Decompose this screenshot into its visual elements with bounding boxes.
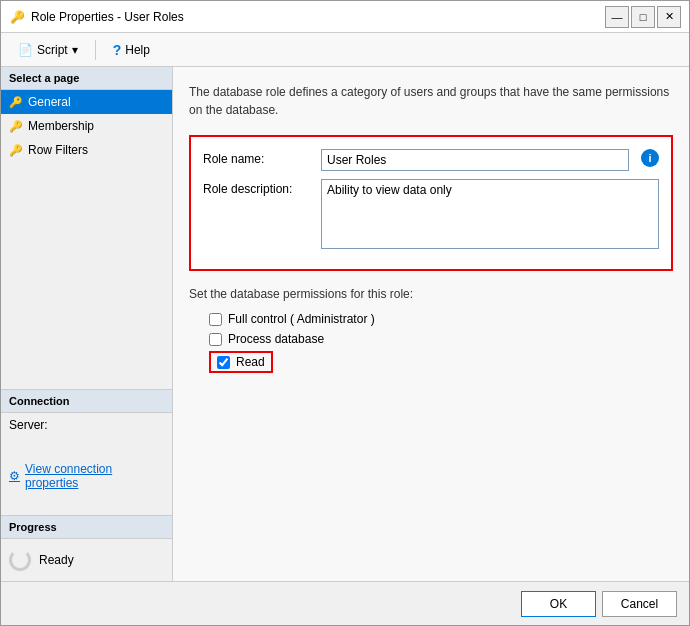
read-label: Read — [236, 355, 265, 369]
role-description-input[interactable]: Ability to view data only — [321, 179, 659, 249]
process-database-checkbox[interactable] — [209, 333, 222, 346]
help-button[interactable]: ? Help — [104, 38, 159, 62]
toolbar-separator — [95, 40, 96, 60]
connection-link-label: View connection properties — [25, 462, 164, 490]
connection-icon: ⚙ — [9, 469, 20, 483]
connection-header: Connection — [1, 389, 172, 413]
membership-icon: 🔑 — [9, 120, 23, 133]
full-control-label: Full control ( Administrator ) — [228, 312, 375, 326]
sidebar-header: Select a page — [1, 67, 172, 90]
view-connection-link[interactable]: ⚙ View connection properties — [1, 457, 172, 495]
content-area: Select a page 🔑 General 🔑 Membership 🔑 R… — [1, 67, 689, 581]
full-control-checkbox[interactable] — [209, 313, 222, 326]
help-label: Help — [125, 43, 150, 57]
title-bar: 🔑 Role Properties - User Roles — □ ✕ — [1, 1, 689, 33]
toolbar: 📄 Script ▾ ? Help — [1, 33, 689, 67]
script-dropdown-icon: ▾ — [72, 43, 78, 57]
sidebar-label-general: General — [28, 95, 71, 109]
sidebar-label-row-filters: Row Filters — [28, 143, 88, 157]
role-name-label: Role name: — [203, 149, 313, 166]
window-controls: — □ ✕ — [605, 6, 681, 28]
close-button[interactable]: ✕ — [657, 6, 681, 28]
maximize-button[interactable]: □ — [631, 6, 655, 28]
sidebar-item-general[interactable]: 🔑 General — [1, 90, 172, 114]
sidebar-item-membership[interactable]: 🔑 Membership — [1, 114, 172, 138]
window-title: Role Properties - User Roles — [31, 10, 605, 24]
progress-spinner — [9, 549, 31, 571]
form-section: Role name: i Role description: Ability t… — [189, 135, 673, 271]
process-database-label: Process database — [228, 332, 324, 346]
read-row-highlighted: Read — [209, 351, 273, 373]
read-checkbox[interactable] — [217, 356, 230, 369]
role-name-input[interactable] — [321, 149, 629, 171]
role-description-row: Role description: Ability to view data o… — [203, 179, 659, 249]
sidebar: Select a page 🔑 General 🔑 Membership 🔑 R… — [1, 67, 173, 581]
role-description-label: Role description: — [203, 179, 313, 196]
full-control-row: Full control ( Administrator ) — [189, 309, 673, 329]
script-button[interactable]: 📄 Script ▾ — [9, 39, 87, 61]
server-row: Server: — [1, 413, 172, 437]
row-filters-icon: 🔑 — [9, 144, 23, 157]
help-icon: ? — [113, 42, 122, 58]
description-text: The database role defines a category of … — [189, 83, 673, 119]
progress-header: Progress — [1, 515, 172, 539]
main-panel: The database role defines a category of … — [173, 67, 689, 581]
main-window: 🔑 Role Properties - User Roles — □ ✕ 📄 S… — [0, 0, 690, 626]
key-icon: 🔑 — [9, 96, 23, 109]
window-icon: 🔑 — [9, 9, 25, 25]
ready-label: Ready — [39, 553, 74, 567]
process-database-row: Process database — [189, 329, 673, 349]
server-label: Server: — [9, 418, 48, 432]
permissions-section: Set the database permissions for this ro… — [189, 287, 673, 373]
script-icon: 📄 — [18, 43, 33, 57]
sidebar-item-row-filters[interactable]: 🔑 Row Filters — [1, 138, 172, 162]
info-icon[interactable]: i — [641, 149, 659, 167]
ok-button[interactable]: OK — [521, 591, 596, 617]
minimize-button[interactable]: — — [605, 6, 629, 28]
role-name-row: Role name: i — [203, 149, 659, 171]
sidebar-label-membership: Membership — [28, 119, 94, 133]
script-label: Script — [37, 43, 68, 57]
cancel-button[interactable]: Cancel — [602, 591, 677, 617]
progress-row: Ready — [1, 539, 172, 581]
permissions-label: Set the database permissions for this ro… — [189, 287, 673, 301]
footer: OK Cancel — [1, 581, 689, 625]
